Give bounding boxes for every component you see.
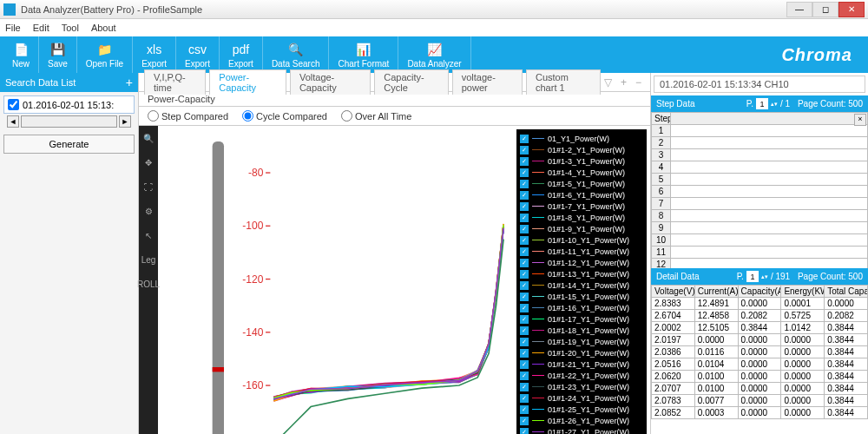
legend-item[interactable]: ✓01#1-13_Y1_Power(W): [520, 268, 643, 279]
generate-button[interactable]: Generate: [3, 135, 135, 154]
compare-radio[interactable]: [148, 110, 159, 122]
legend-item[interactable]: ✓01#1-23_Y1_Power(W): [520, 381, 643, 392]
step-close-icon[interactable]: ×: [854, 114, 866, 126]
scroll-left-icon[interactable]: ◄: [7, 115, 19, 128]
legend-item[interactable]: ✓01#1-27_Y1_Power(W): [520, 426, 643, 434]
step-page-spinner[interactable]: ▴▾: [771, 101, 778, 108]
table-row[interactable]: 2.06200.01000.00000.00000.3844: [652, 371, 868, 383]
legend-item[interactable]: ✓01#1-16_Y1_Power(W): [520, 302, 643, 313]
chart-tool[interactable]: ✥: [141, 155, 155, 169]
add-search-icon[interactable]: +: [126, 76, 133, 89]
chart-tool[interactable]: 🔍: [141, 131, 155, 145]
step-page-input[interactable]: [756, 98, 768, 109]
legend-checkbox[interactable]: ✓: [520, 135, 529, 143]
search-item-checkbox[interactable]: [8, 99, 19, 110]
legend-item[interactable]: ✓01#1-11_Y1_Power(W): [520, 246, 643, 257]
table-row[interactable]: 2.07070.01000.00000.00000.3844: [652, 383, 868, 395]
search-item[interactable]: 01.2016-02-01 15:13:: [3, 95, 135, 114]
table-row[interactable]: 2.000212.51050.38441.01420.3844: [652, 322, 868, 334]
tab-capacity-cycle[interactable]: Capacity-Cycle: [374, 69, 448, 95]
table-row[interactable]: 8: [652, 210, 868, 222]
table-row[interactable]: 2.838312.48910.00000.00010.0000: [652, 298, 868, 310]
tab-voltage-power[interactable]: voltage-power: [452, 69, 523, 95]
tab-custom-chart-1[interactable]: Custom chart 1: [526, 69, 601, 95]
file-label[interactable]: 01.2016-02-01 15:13:34 CH10: [654, 76, 865, 93]
legend-item[interactable]: ✓01#1-15_Y1_Power(W): [520, 291, 643, 302]
compare-radio[interactable]: [341, 110, 352, 122]
legend-checkbox[interactable]: ✓: [520, 428, 529, 435]
legend-checkbox[interactable]: ✓: [520, 259, 529, 267]
legend-checkbox[interactable]: ✓: [520, 405, 529, 414]
legend-checkbox[interactable]: ✓: [520, 417, 529, 425]
chart-legend[interactable]: ✓01_Y1_Power(W)✓01#1-2_Y1_Power(W)✓01#1-…: [516, 129, 647, 434]
legend-item[interactable]: ✓01#1-22_Y1_Power(W): [520, 370, 643, 381]
ribbon-new-0[interactable]: 📄New: [3, 36, 39, 73]
chart-tool[interactable]: Leg: [141, 253, 155, 266]
legend-item[interactable]: ✓01#1-2_Y1_Power(W): [520, 144, 643, 155]
table-row[interactable]: 3: [652, 149, 868, 161]
chart-name-input[interactable]: Power-Capacity: [139, 92, 650, 107]
legend-checkbox[interactable]: ✓: [520, 338, 529, 346]
table-row[interactable]: 10: [652, 234, 868, 247]
legend-item[interactable]: ✓01#1-4_Y1_Power(W): [520, 167, 643, 178]
tab-v-i-p-q-time[interactable]: V,I,P,Q-time: [144, 69, 206, 95]
ribbon-export-4[interactable]: csvExport: [176, 36, 220, 73]
legend-item[interactable]: ✓01#1-24_Y1_Power(W): [520, 392, 643, 404]
table-row[interactable]: 6: [652, 186, 868, 198]
legend-item[interactable]: ✓01#1-25_Y1_Power(W): [520, 404, 643, 415]
table-row[interactable]: 2.08520.00030.00000.00000.3844: [652, 407, 868, 419]
legend-checkbox[interactable]: ✓: [520, 326, 529, 335]
add-tab-icon[interactable]: +: [621, 76, 627, 89]
legend-item[interactable]: ✓01#1-7_Y1_Power(W): [520, 201, 643, 212]
table-row[interactable]: 2.07830.00770.00000.00000.3844: [652, 395, 868, 407]
legend-item[interactable]: ✓01#1-17_Y1_Power(W): [520, 313, 643, 325]
legend-item[interactable]: ✓01#1-3_Y1_Power(W): [520, 155, 643, 167]
table-row[interactable]: 5: [652, 174, 868, 186]
chart-tool[interactable]: ROLL: [141, 277, 155, 291]
compare-option[interactable]: Step Compared: [148, 110, 228, 122]
ribbon-chart-format-7[interactable]: 📊Chart Format: [329, 36, 398, 73]
table-row[interactable]: 12: [652, 259, 868, 269]
legend-checkbox[interactable]: ✓: [520, 180, 529, 188]
legend-item[interactable]: ✓01#1-10_Y1_Power(W): [520, 234, 643, 246]
legend-checkbox[interactable]: ✓: [520, 315, 529, 324]
table-row[interactable]: 2: [652, 137, 868, 149]
ribbon-data-search-6[interactable]: 🔍Data Search: [263, 36, 330, 73]
legend-item[interactable]: ✓01#1-26_Y1_Power(W): [520, 415, 643, 426]
ribbon-export-5[interactable]: pdfExport: [220, 36, 263, 73]
table-row[interactable]: 7: [652, 198, 868, 210]
legend-item[interactable]: ✓01#1-8_Y1_Power(W): [520, 212, 643, 223]
legend-item[interactable]: ✓01#1-12_Y1_Power(W): [520, 257, 643, 268]
legend-item[interactable]: ✓01#1-5_Y1_Power(W): [520, 178, 643, 189]
legend-checkbox[interactable]: ✓: [520, 372, 529, 380]
legend-checkbox[interactable]: ✓: [520, 281, 529, 290]
scroll-right-icon[interactable]: ►: [119, 115, 131, 128]
plot-area[interactable]: -80-100-120-140-160-180-200 ✓01_Y1_Power…: [158, 126, 650, 434]
legend-checkbox[interactable]: ✓: [520, 383, 529, 391]
legend-checkbox[interactable]: ✓: [520, 247, 529, 256]
maximize-button[interactable]: ◻: [812, 2, 838, 17]
legend-item[interactable]: ✓01#1-6_Y1_Power(W): [520, 189, 643, 201]
chart-tool[interactable]: ⛶: [141, 180, 155, 194]
table-row[interactable]: 9: [652, 222, 868, 234]
compare-radio[interactable]: [242, 110, 253, 122]
close-button[interactable]: ✕: [838, 2, 865, 17]
tab-power-capacity[interactable]: Power-Capacity: [209, 69, 286, 95]
legend-checkbox[interactable]: ✓: [520, 349, 529, 358]
legend-checkbox[interactable]: ✓: [520, 191, 529, 200]
table-row[interactable]: 2.01970.00000.00000.00000.3844: [652, 334, 868, 346]
menu-tool[interactable]: Tool: [62, 23, 79, 33]
legend-item[interactable]: ✓01#1-14_Y1_Power(W): [520, 279, 643, 291]
legend-item[interactable]: ✓01#1-19_Y1_Power(W): [520, 336, 643, 347]
table-row[interactable]: 2.05160.01040.00000.00000.3844: [652, 358, 868, 371]
legend-item[interactable]: ✓01_Y1_Power(W): [520, 133, 643, 144]
legend-checkbox[interactable]: ✓: [520, 214, 529, 222]
legend-checkbox[interactable]: ✓: [520, 394, 529, 403]
compare-option[interactable]: Cycle Compared: [242, 110, 327, 122]
scroll-track[interactable]: [21, 115, 117, 128]
chart-tool[interactable]: ⚙: [141, 204, 155, 218]
tab-voltage-capacity[interactable]: Voltage-Capacity: [290, 69, 371, 95]
table-row[interactable]: 1: [652, 125, 868, 137]
legend-checkbox[interactable]: ✓: [520, 293, 529, 301]
menu-file[interactable]: File: [5, 23, 21, 33]
